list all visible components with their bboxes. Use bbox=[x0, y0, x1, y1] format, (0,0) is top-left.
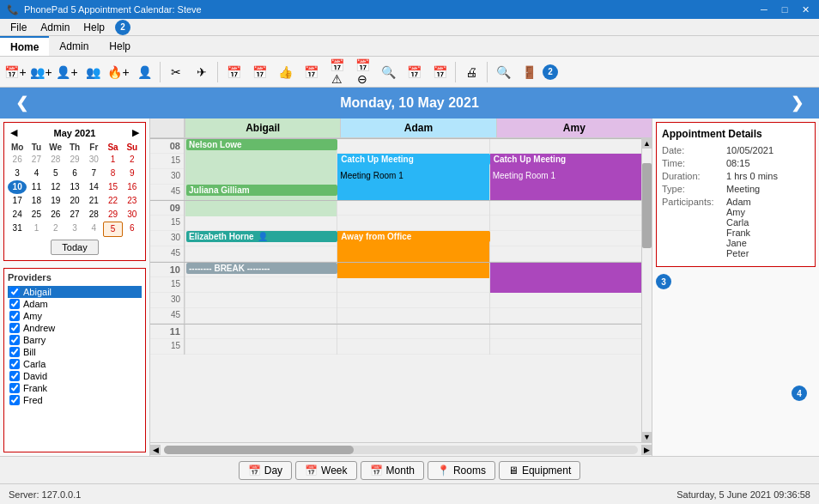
cal-day[interactable]: 9 bbox=[123, 167, 142, 180]
cell-amy-0930[interactable] bbox=[489, 231, 641, 246]
cal-day[interactable]: 19 bbox=[46, 194, 65, 208]
cell-abigail-0945[interactable] bbox=[185, 246, 337, 262]
cell-adam-0900[interactable] bbox=[337, 201, 488, 216]
provider-item-carla[interactable]: Carla bbox=[8, 358, 142, 370]
cell-amy-0845[interactable] bbox=[489, 185, 641, 200]
cal-day[interactable]: 6 bbox=[65, 167, 84, 180]
cell-amy-0945[interactable] bbox=[489, 246, 641, 262]
vscroll-up[interactable]: ▲ bbox=[642, 138, 652, 149]
cal-day-today[interactable]: 10 bbox=[8, 180, 27, 194]
provider-check-andrew[interactable] bbox=[9, 323, 20, 333]
cal-day[interactable]: 7 bbox=[84, 167, 103, 180]
minimize-button[interactable]: ─ bbox=[757, 4, 771, 15]
provider-check-abigail[interactable] bbox=[9, 287, 20, 297]
menu-help[interactable]: Help bbox=[76, 20, 112, 35]
tab-help[interactable]: Help bbox=[99, 36, 141, 56]
cal-day[interactable]: 30 bbox=[84, 153, 103, 167]
hscroll-right[interactable]: ▶ bbox=[641, 445, 652, 455]
vscroll-thumb[interactable] bbox=[642, 163, 652, 248]
cell-abigail-0845[interactable]: Juliana Gilliam bbox=[185, 185, 337, 200]
cal-day[interactable]: 14 bbox=[84, 180, 103, 194]
provider-check-adam[interactable] bbox=[9, 299, 20, 309]
cal-day[interactable]: 17 bbox=[8, 194, 27, 208]
cell-abigail-0800[interactable]: Nelson Lowe bbox=[185, 139, 337, 155]
cal-day[interactable]: 21 bbox=[84, 194, 103, 208]
toolbar-btn-17[interactable]: 📅 bbox=[428, 60, 452, 84]
appt-catchup-amy[interactable]: Catch Up Meeting bbox=[491, 154, 641, 165]
toolbar-btn-8[interactable]: ✈ bbox=[190, 60, 214, 84]
toolbar-btn-14[interactable]: 📅⊖ bbox=[350, 60, 374, 84]
cell-adam-1030[interactable] bbox=[337, 293, 488, 308]
cell-amy-1115[interactable] bbox=[489, 339, 641, 355]
toolbar-btn-3[interactable]: 👤+ bbox=[55, 60, 79, 84]
cal-day-selected[interactable]: 5 bbox=[103, 222, 122, 237]
cell-abigail-1045[interactable] bbox=[185, 308, 337, 324]
provider-item-abigail[interactable]: Abigail bbox=[8, 286, 142, 298]
tab-week[interactable]: 📅 Week bbox=[295, 461, 356, 480]
cell-adam-1045[interactable] bbox=[337, 308, 488, 324]
toolbar-btn-exit[interactable]: 🚪 bbox=[517, 60, 541, 84]
toolbar-btn-7[interactable]: ✂ bbox=[164, 60, 188, 84]
cal-day[interactable]: 2 bbox=[123, 153, 142, 167]
toolbar-btn-12[interactable]: 📅 bbox=[299, 60, 323, 84]
appt-away[interactable]: Away from Office bbox=[338, 231, 489, 242]
hscroll-thumb[interactable] bbox=[164, 446, 354, 454]
menu-admin[interactable]: Admin bbox=[33, 20, 76, 35]
cal-day[interactable]: 22 bbox=[103, 194, 122, 208]
cell-adam-1115[interactable] bbox=[337, 339, 488, 355]
cal-day[interactable]: 30 bbox=[123, 208, 142, 222]
cal-day[interactable]: 4 bbox=[84, 222, 103, 237]
cal-day[interactable]: 1 bbox=[103, 153, 122, 167]
provider-item-fred[interactable]: Fred bbox=[8, 394, 142, 406]
cell-adam-0915[interactable] bbox=[337, 216, 488, 231]
cal-day[interactable]: 27 bbox=[27, 153, 46, 167]
toolbar-btn-5[interactable]: 🔥+ bbox=[106, 60, 130, 84]
cal-day[interactable]: 28 bbox=[84, 208, 103, 222]
horiz-scroll[interactable]: ◀ ▶ bbox=[150, 442, 652, 456]
appt-elizabeth[interactable]: Elizabeth Horne 👤 bbox=[186, 231, 337, 242]
provider-item-frank[interactable]: Frank bbox=[8, 382, 142, 394]
cell-amy-1100[interactable] bbox=[489, 325, 641, 340]
tab-day[interactable]: 📅 Day bbox=[239, 461, 292, 480]
cell-adam-1000[interactable] bbox=[337, 263, 488, 278]
prev-arrow[interactable]: ❮ bbox=[9, 90, 35, 116]
provider-item-barry[interactable]: Barry bbox=[8, 334, 142, 346]
cell-adam-0930[interactable]: Away from Office bbox=[337, 231, 488, 246]
tab-rooms[interactable]: 📍 Rooms bbox=[428, 461, 495, 480]
cal-day[interactable]: 25 bbox=[27, 208, 46, 222]
appt-break[interactable]: -------- BREAK -------- bbox=[186, 263, 337, 274]
provider-item-adam[interactable]: Adam bbox=[8, 298, 142, 310]
provider-check-fred[interactable] bbox=[9, 395, 20, 405]
cell-adam-0800[interactable] bbox=[337, 139, 488, 155]
cell-abigail-0915[interactable] bbox=[185, 216, 337, 231]
cal-day[interactable]: 4 bbox=[27, 167, 46, 180]
provider-check-bill[interactable] bbox=[9, 347, 20, 357]
toolbar-btn-11[interactable]: 👍 bbox=[273, 60, 297, 84]
provider-check-frank[interactable] bbox=[9, 383, 20, 393]
cell-abigail-0930[interactable]: Elizabeth Horne 👤 bbox=[185, 231, 337, 246]
vscroll-down[interactable]: ▼ bbox=[642, 432, 652, 442]
appt-catchup-adam[interactable]: Catch Up Meeting bbox=[338, 154, 489, 165]
toolbar-btn-18[interactable]: 🖨 bbox=[459, 60, 483, 84]
cell-abigail-1115[interactable] bbox=[185, 339, 337, 355]
toolbar-btn-10[interactable]: 📅 bbox=[247, 60, 271, 84]
provider-check-amy[interactable] bbox=[9, 311, 20, 321]
cell-amy-0830[interactable]: Meeting Room 1 bbox=[489, 169, 641, 185]
cal-day[interactable]: 15 bbox=[103, 180, 122, 194]
toolbar-btn-search[interactable]: 🔍 bbox=[491, 60, 515, 84]
cal-day[interactable]: 24 bbox=[8, 208, 27, 222]
toolbar-btn-2[interactable]: 👥+ bbox=[29, 60, 53, 84]
cell-abigail-1030[interactable] bbox=[185, 293, 337, 308]
cal-day[interactable]: 3 bbox=[65, 222, 84, 237]
provider-item-bill[interactable]: Bill bbox=[8, 346, 142, 358]
mini-cal-next[interactable]: ▶ bbox=[130, 126, 142, 139]
toolbar-btn-13[interactable]: 📅⚠ bbox=[325, 60, 349, 84]
cal-day[interactable]: 1 bbox=[27, 222, 46, 237]
appt-juliana[interactable]: Juliana Gilliam bbox=[186, 185, 337, 196]
cal-day[interactable]: 20 bbox=[65, 194, 84, 208]
toolbar-btn-16[interactable]: 📅 bbox=[402, 60, 426, 84]
cell-abigail-0815[interactable] bbox=[185, 154, 337, 169]
toolbar-btn-1[interactable]: 📅+ bbox=[3, 60, 27, 84]
cal-day[interactable]: 26 bbox=[8, 153, 27, 167]
mini-cal-prev[interactable]: ◀ bbox=[8, 126, 20, 139]
